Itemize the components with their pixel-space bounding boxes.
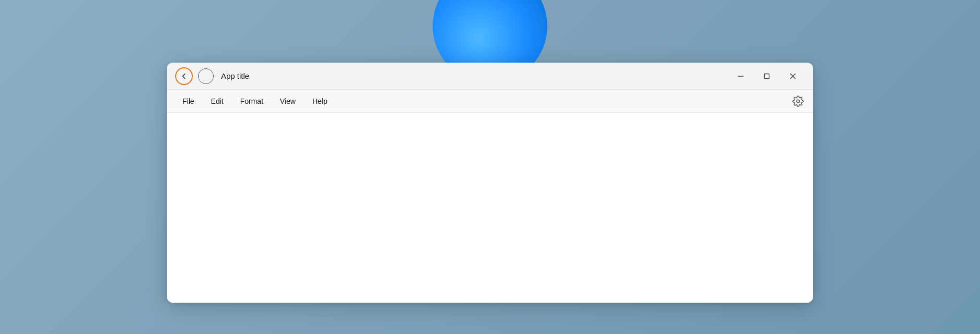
window-controls: [729, 68, 805, 85]
close-button[interactable]: [781, 68, 805, 85]
title-bar-left: App title: [175, 67, 249, 85]
content-area: [167, 113, 813, 303]
back-button[interactable]: [175, 67, 193, 85]
circle-button[interactable]: [198, 68, 214, 84]
menu-file[interactable]: File: [175, 94, 202, 109]
gear-icon: [792, 96, 804, 107]
app-title: App title: [221, 71, 249, 80]
menu-help[interactable]: Help: [305, 94, 335, 109]
svg-rect-1: [765, 74, 769, 78]
menu-edit[interactable]: Edit: [204, 94, 231, 109]
menu-bar: File Edit Format View Help: [167, 90, 813, 113]
application-window: App title File Ed: [167, 63, 813, 303]
menu-view[interactable]: View: [273, 94, 303, 109]
settings-button[interactable]: [789, 92, 807, 110]
menu-items: File Edit Format View Help: [175, 94, 335, 109]
title-bar: App title: [167, 63, 813, 90]
menu-format[interactable]: Format: [233, 94, 271, 109]
minimize-button[interactable]: [729, 68, 753, 85]
maximize-button[interactable]: [755, 68, 779, 85]
